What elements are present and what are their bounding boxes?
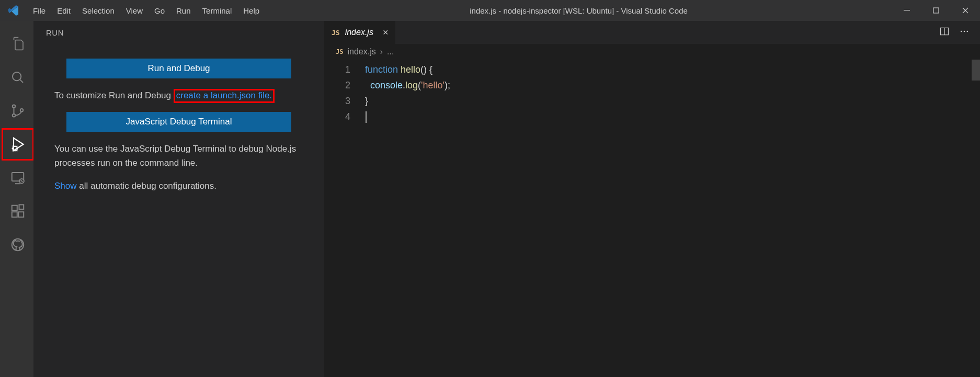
line-number: 1 [324, 62, 350, 77]
code-token: 'hello' [421, 80, 445, 90]
svg-rect-9 [12, 205, 17, 211]
svg-point-8 [19, 179, 24, 184]
menu-help[interactable]: Help [237, 0, 265, 21]
code-token: function [365, 64, 398, 75]
explorer-icon[interactable] [1, 27, 35, 61]
create-launch-json-link[interactable]: create a launch.json file. [174, 89, 275, 103]
svg-rect-12 [19, 205, 24, 210]
svg-point-17 [964, 31, 965, 32]
run-and-debug-button[interactable]: Run and Debug [66, 59, 291, 78]
svg-point-4 [12, 114, 15, 117]
vertical-scrollbar[interactable] [972, 60, 980, 377]
menu-terminal[interactable]: Terminal [197, 0, 238, 21]
svg-point-2 [13, 72, 21, 81]
run-debug-icon[interactable] [1, 128, 35, 161]
js-terminal-description: You can use the JavaScript Debug Termina… [54, 142, 303, 170]
code-token: } [365, 96, 368, 106]
code-editor[interactable]: 1 2 3 4 function hello() { console.log('… [324, 60, 980, 377]
main-area: RUN Run and Debug To customize Run and D… [0, 21, 980, 377]
show-link[interactable]: Show [54, 181, 77, 191]
svg-rect-0 [904, 10, 910, 10]
title-bar: File Edit Selection View Go Run Terminal… [0, 0, 980, 21]
svg-point-16 [961, 31, 962, 32]
editor-area: JS index.js × JS index.js › ... 1 2 3 4 … [324, 21, 980, 377]
more-actions-icon[interactable] [959, 26, 970, 39]
remote-explorer-icon[interactable] [1, 161, 35, 195]
code-token: () { [420, 64, 432, 75]
chevron-right-icon: › [380, 47, 383, 56]
scrollbar-thumb[interactable] [972, 60, 980, 81]
text-cursor [366, 111, 367, 123]
svg-point-18 [967, 31, 968, 32]
code-token: ); [445, 80, 450, 90]
svg-rect-10 [12, 212, 17, 217]
tab-index-js[interactable]: JS index.js × [324, 21, 396, 44]
window-title: index.js - nodejs-inspector [WSL: Ubuntu… [265, 6, 892, 15]
line-number: 2 [324, 77, 350, 93]
svg-point-3 [12, 105, 15, 108]
line-number: 3 [324, 93, 350, 109]
code-token: console [370, 80, 403, 90]
window-controls [892, 0, 980, 21]
svg-rect-1 [933, 8, 939, 13]
show-configs-text: Show all automatic debug configurations. [54, 179, 303, 193]
close-tab-icon[interactable]: × [383, 27, 389, 38]
line-number: 4 [324, 109, 350, 124]
customize-text: To customize Run and Debug create a laun… [54, 89, 303, 102]
menu-selection[interactable]: Selection [76, 0, 120, 21]
vscode-logo-icon [7, 5, 19, 16]
activity-bar [0, 21, 33, 377]
breadcrumb-tail: ... [387, 47, 394, 56]
tab-spacer [396, 21, 929, 44]
tab-actions [929, 21, 980, 44]
svg-point-5 [20, 109, 23, 112]
split-editor-icon[interactable] [939, 26, 950, 39]
code-token: log [405, 80, 418, 90]
tab-bar: JS index.js × [324, 21, 980, 44]
extensions-icon[interactable] [1, 195, 35, 228]
menu-run[interactable]: Run [170, 0, 197, 21]
github-icon[interactable] [1, 228, 35, 261]
source-control-icon[interactable] [1, 94, 35, 128]
code-token: hello [401, 64, 420, 75]
minimize-button[interactable] [892, 0, 921, 21]
customize-prefix: To customize Run and Debug [54, 90, 174, 100]
svg-rect-11 [18, 212, 24, 217]
menu-go[interactable]: Go [149, 0, 170, 21]
line-gutter: 1 2 3 4 [324, 60, 365, 377]
menu-view[interactable]: View [120, 0, 149, 21]
tab-label: index.js [345, 28, 373, 37]
show-rest: all automatic debug configurations. [77, 181, 216, 191]
breadcrumb[interactable]: JS index.js › ... [324, 44, 980, 60]
search-icon[interactable] [1, 61, 35, 94]
run-sidebar: RUN Run and Debug To customize Run and D… [33, 21, 324, 377]
sidebar-title: RUN [33, 21, 324, 44]
maximize-button[interactable] [921, 0, 951, 21]
js-debug-terminal-button[interactable]: JavaScript Debug Terminal [66, 112, 291, 132]
close-button[interactable] [951, 0, 980, 21]
breadcrumb-file: index.js [347, 47, 375, 56]
js-file-icon: JS [336, 48, 343, 55]
menu-edit[interactable]: Edit [51, 0, 76, 21]
menu-bar: File Edit Selection View Go Run Terminal… [27, 0, 265, 21]
js-file-icon: JS [332, 29, 340, 37]
menu-file[interactable]: File [27, 0, 51, 21]
code-content[interactable]: function hello() { console.log('hello');… [365, 60, 980, 377]
